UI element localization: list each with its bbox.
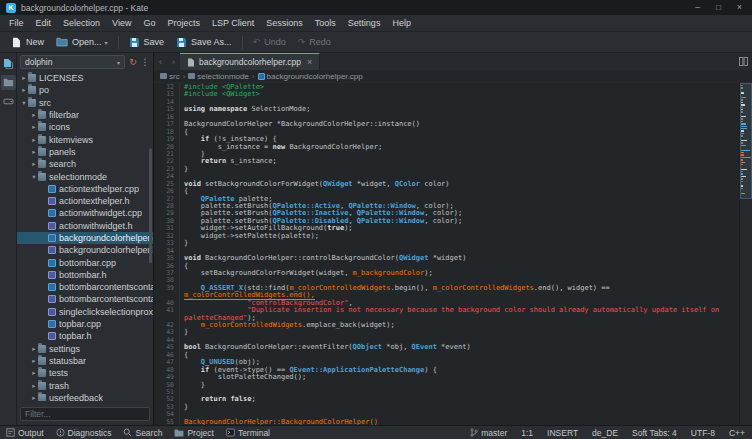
menu-sessions[interactable]: Sessions <box>260 16 309 30</box>
menu-projects[interactable]: Projects <box>161 16 206 30</box>
project-panel: dolphin ▾ ↻⋮ ▸LICENSES▸po▾src▸filterbar▸… <box>17 53 154 425</box>
panel-toggle-diagnostics[interactable]: Diagnostics <box>50 426 118 439</box>
tree-item-selectionmode[interactable]: ▾selectionmode <box>17 170 153 182</box>
tree-item-label: LICENSES <box>39 73 84 83</box>
minimap[interactable] <box>739 83 752 425</box>
open-button[interactable]: Open...▾ <box>50 35 114 49</box>
breadcrumb-item-backgroundcolorhelper.cpp[interactable]: backgroundcolorhelper.cpp <box>258 72 363 81</box>
menu-lsp-client[interactable]: LSP Client <box>206 16 260 30</box>
tree-item-topbar.h[interactable]: topbar.h <box>17 330 153 342</box>
tree-scrollbar[interactable] <box>149 148 152 263</box>
status-tab-settings[interactable]: Soft Tabs: 4 <box>625 426 684 439</box>
cursor-position-value: 1:1 <box>521 428 533 438</box>
tree-item-label: actionwithwidget.h <box>59 221 133 231</box>
dock-documents-icon <box>3 58 13 69</box>
dock-projects-button[interactable] <box>1 75 16 90</box>
tree-item-src[interactable]: ▾src <box>17 97 153 109</box>
status-highlight-mode[interactable]: C++ <box>722 426 752 439</box>
tree-item-panels[interactable]: ▸panels <box>17 146 153 158</box>
main-area: dolphin ▾ ↻⋮ ▸LICENSES▸po▾src▸filterbar▸… <box>0 53 752 425</box>
tree-item-search[interactable]: ▸search <box>17 158 153 170</box>
tree-item-backgroundcolorhelper.h[interactable]: backgroundcolorhelper.h <box>17 244 153 256</box>
tree-item-bottombar.h[interactable]: bottombar.h <box>17 269 153 281</box>
tree-item-actionwithwidget.h[interactable]: actionwithwidget.h <box>17 220 153 232</box>
tree-item-filterbar[interactable]: ▸filterbar <box>17 109 153 121</box>
tree-item-statusbar[interactable]: ▸statusbar <box>17 355 153 367</box>
code-area[interactable]: #include <QPalette>#include <QWidget>usi… <box>180 83 739 425</box>
tree-item-settings[interactable]: ▸settings <box>17 343 153 355</box>
file-icon <box>48 185 56 193</box>
breadcrumb-item-selectionmode[interactable]: selectionmode <box>188 72 249 81</box>
folder-icon <box>38 369 46 377</box>
tree-item-label: panels <box>49 147 76 157</box>
dock-documents-button[interactable] <box>1 56 16 71</box>
save-as-button[interactable]: Save As... <box>170 35 238 50</box>
status-input-mode[interactable]: INSERT <box>540 426 585 439</box>
breadcrumb-item-src[interactable]: src <box>160 72 180 81</box>
tree-item-topbar.cpp[interactable]: topbar.cpp <box>17 318 153 330</box>
maximize-button[interactable]: □ <box>714 1 723 14</box>
menu-file[interactable]: File <box>3 16 30 30</box>
tab-forward-button[interactable]: › <box>167 57 180 67</box>
file-icon <box>48 320 56 328</box>
tree-item-bottombarcontentscontainer.cpp[interactable]: bottombarcontentscontainer.cpp <box>17 281 153 293</box>
tree-item-actiontexthelper.h[interactable]: actiontexthelper.h <box>17 195 153 207</box>
status-git-branch[interactable]: master <box>463 426 514 439</box>
menu-tools[interactable]: Tools <box>309 16 342 30</box>
project-tree: ▸LICENSES▸po▾src▸filterbar▸icons▸kitemvi… <box>17 71 153 401</box>
minimap-viewport[interactable] <box>740 83 752 199</box>
tree-item-trash[interactable]: ▸trash <box>17 379 153 391</box>
minimize-button[interactable]: – <box>693 1 702 14</box>
tree-item-bottombarcontentscontainer.h[interactable]: bottombarcontentscontainer.h <box>17 293 153 305</box>
filter-input[interactable] <box>20 407 150 421</box>
chevron-right-icon: ▸ <box>30 382 38 390</box>
menu-go[interactable]: Go <box>137 16 161 30</box>
menu-help[interactable]: Help <box>386 16 417 30</box>
panel-toggle-project[interactable]: Project <box>168 426 219 439</box>
menu-settings[interactable]: Settings <box>342 16 387 30</box>
menu-selection[interactable]: Selection <box>57 16 106 30</box>
titlebar[interactable]: K backgroundcolorhelper.cpp - Kate –□× <box>0 0 752 15</box>
menu-edit[interactable]: Edit <box>30 16 58 30</box>
tree-item-icons[interactable]: ▸icons <box>17 121 153 133</box>
tree-item-LICENSES[interactable]: ▸LICENSES <box>17 72 153 84</box>
tree-item-actiontexthelper.cpp[interactable]: actiontexthelper.cpp <box>17 183 153 195</box>
status-keyboard-layout[interactable]: de_DE <box>585 426 625 439</box>
tree-item-singleclickselectionproxystyle.h[interactable]: singleclickselectionproxystyle.h <box>17 306 153 318</box>
status-encoding[interactable]: UTF-8 <box>684 426 722 439</box>
menu-view[interactable]: View <box>106 16 137 30</box>
tree-item-po[interactable]: ▸po <box>17 84 153 96</box>
tree-item-label: icons <box>49 122 70 132</box>
tree-item-backgroundcolorhelper.cpp[interactable]: backgroundcolorhelper.cpp <box>17 232 153 244</box>
tree-item-label: po <box>39 85 49 95</box>
dock-filesystem-button[interactable] <box>1 94 16 109</box>
project-selector[interactable]: dolphin ▾ <box>20 55 125 69</box>
code-line: slotPaletteChanged(); <box>184 374 739 381</box>
tab-backgroundcolorhelper[interactable]: backgroundcolorhelper.cpp × <box>180 53 320 70</box>
highlight-mode-value: C++ <box>729 428 745 438</box>
code-line: return s_instance; <box>184 158 739 165</box>
tab-title: backgroundcolorhelper.cpp <box>199 57 301 67</box>
menubar: FileEditSelectionViewGoProjectsLSP Clien… <box>0 15 752 32</box>
panel-toggle-search[interactable]: Search <box>117 426 168 439</box>
tree-item-label: actiontexthelper.cpp <box>59 184 139 194</box>
panel-toggle-terminal[interactable]: Terminal <box>220 426 276 439</box>
save-button[interactable]: Save <box>123 35 171 50</box>
tab-close-button[interactable]: × <box>307 57 312 67</box>
chevron-down-icon: ▾ <box>117 59 120 66</box>
reload-button[interactable]: ↻ <box>127 57 139 67</box>
tree-item-actionwithwidget.cpp[interactable]: actionwithwidget.cpp <box>17 207 153 219</box>
split-view-button[interactable] <box>739 57 748 66</box>
tree-item-tests[interactable]: ▸tests <box>17 367 153 379</box>
tab-back-button[interactable]: ‹ <box>154 57 167 67</box>
tree-item-userfeedback[interactable]: ▸userfeedback <box>17 392 153 401</box>
options-button[interactable]: ⋮ <box>139 57 151 67</box>
tree-item-kitemviews[interactable]: ▸kitemviews <box>17 133 153 145</box>
redo-button: ↷Redo <box>292 35 337 49</box>
new-button[interactable]: New <box>5 35 50 50</box>
panel-toggle-output[interactable]: Output <box>0 426 50 439</box>
statusbar-info: master1:1INSERTde_DESoft Tabs: 4UTF-8C++ <box>463 426 752 439</box>
close-button[interactable]: × <box>735 1 744 14</box>
status-cursor-position[interactable]: 1:1 <box>514 426 540 439</box>
tree-item-bottombar.cpp[interactable]: bottombar.cpp <box>17 256 153 268</box>
